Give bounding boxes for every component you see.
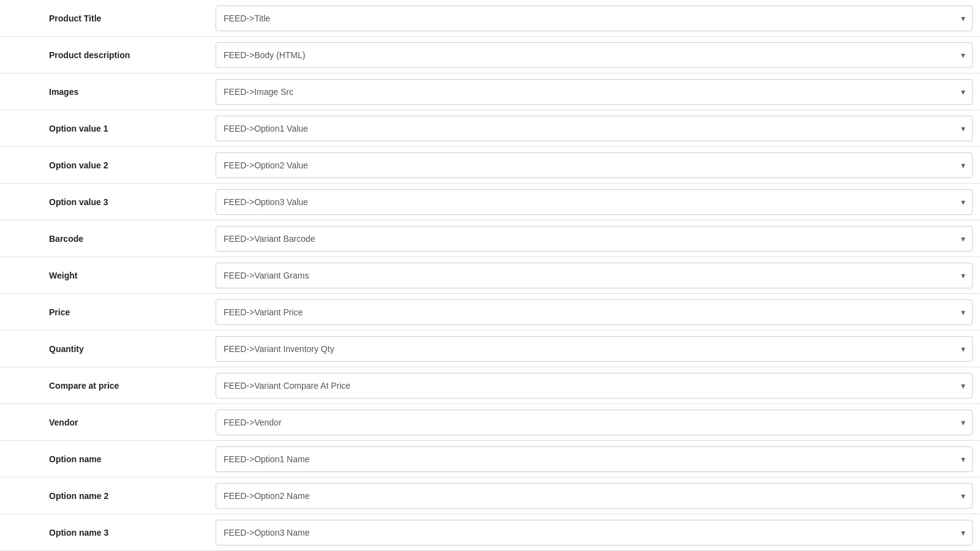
- field-weight: FEED->Variant BarcodeFEED->Variant Grams…: [208, 258, 980, 293]
- label-price: Price: [0, 300, 208, 324]
- select-option-name[interactable]: FEED->Option1 NameFEED->Option2 NameFEED…: [216, 446, 973, 472]
- form-row-option-name-3: Option name 3FEED->Option1 NameFEED->Opt…: [0, 514, 980, 551]
- label-product-title: Product Title: [0, 6, 208, 31]
- label-option-name-2: Option name 2: [0, 484, 208, 508]
- select-wrapper-images: FEED->TitleFEED->Body (HTML)FEED->Image …: [216, 79, 973, 105]
- form-row-compare-at-price: Compare at priceFEED->Variant Inventory …: [0, 367, 980, 404]
- form-row-option-value-1: Option value 1FEED->Option1 ValueFEED->O…: [0, 110, 980, 147]
- field-quantity: FEED->Variant Inventory QtyFEED->Variant…: [208, 331, 980, 367]
- select-wrapper-compare-at-price: FEED->Variant Inventory QtyFEED->Variant…: [216, 373, 973, 399]
- select-wrapper-vendor: FEED->VendorFEED->Option1 NameFEED->Opti…: [216, 410, 973, 435]
- select-product-title[interactable]: FEED->TitleFEED->Body (HTML)FEED->Image …: [216, 6, 973, 31]
- field-barcode: FEED->Variant BarcodeFEED->Variant Grams…: [208, 221, 980, 257]
- label-barcode: Barcode: [0, 227, 208, 251]
- select-price[interactable]: FEED->Variant BarcodeFEED->Variant Grams…: [216, 299, 973, 325]
- field-images: FEED->TitleFEED->Body (HTML)FEED->Image …: [208, 74, 980, 110]
- field-option-value-3: FEED->Option1 ValueFEED->Option2 ValueFE…: [208, 184, 980, 220]
- label-option-value-3: Option value 3: [0, 190, 208, 214]
- select-vendor[interactable]: FEED->VendorFEED->Option1 NameFEED->Opti…: [216, 410, 973, 435]
- select-wrapper-barcode: FEED->Variant BarcodeFEED->Variant Grams…: [216, 226, 973, 252]
- field-price: FEED->Variant BarcodeFEED->Variant Grams…: [208, 294, 980, 330]
- select-wrapper-quantity: FEED->Variant Inventory QtyFEED->Variant…: [216, 336, 973, 362]
- label-images: Images: [0, 80, 208, 104]
- field-option-name-2: FEED->Option1 NameFEED->Option2 NameFEED…: [208, 478, 980, 514]
- select-barcode[interactable]: FEED->Variant BarcodeFEED->Variant Grams…: [216, 226, 973, 252]
- form-container: Product TitleFEED->TitleFEED->Body (HTML…: [0, 0, 980, 551]
- select-option-name-2[interactable]: FEED->Option1 NameFEED->Option2 NameFEED…: [216, 483, 973, 509]
- form-row-option-value-2: Option value 2FEED->Option1 ValueFEED->O…: [0, 147, 980, 184]
- select-wrapper-product-description: FEED->TitleFEED->Body (HTML)FEED->Image …: [216, 42, 973, 68]
- select-wrapper-weight: FEED->Variant BarcodeFEED->Variant Grams…: [216, 263, 973, 288]
- select-wrapper-option-name-2: FEED->Option1 NameFEED->Option2 NameFEED…: [216, 483, 973, 509]
- label-weight: Weight: [0, 263, 208, 288]
- field-product-title: FEED->TitleFEED->Body (HTML)FEED->Image …: [208, 1, 980, 36]
- select-wrapper-option-value-3: FEED->Option1 ValueFEED->Option2 ValueFE…: [216, 189, 973, 215]
- select-wrapper-option-value-1: FEED->Option1 ValueFEED->Option2 ValueFE…: [216, 116, 973, 141]
- form-row-option-name-2: Option name 2FEED->Option1 NameFEED->Opt…: [0, 478, 980, 514]
- select-weight[interactable]: FEED->Variant BarcodeFEED->Variant Grams…: [216, 263, 973, 288]
- select-option-name-3[interactable]: FEED->Option1 NameFEED->Option2 NameFEED…: [216, 520, 973, 545]
- select-images[interactable]: FEED->TitleFEED->Body (HTML)FEED->Image …: [216, 79, 973, 105]
- form-row-quantity: QuantityFEED->Variant Inventory QtyFEED-…: [0, 331, 980, 367]
- select-compare-at-price[interactable]: FEED->Variant Inventory QtyFEED->Variant…: [216, 373, 973, 399]
- label-option-value-2: Option value 2: [0, 153, 208, 178]
- form-row-option-name: Option nameFEED->Option1 NameFEED->Optio…: [0, 441, 980, 478]
- label-compare-at-price: Compare at price: [0, 373, 208, 398]
- select-wrapper-option-name: FEED->Option1 NameFEED->Option2 NameFEED…: [216, 446, 973, 472]
- form-row-product-title: Product TitleFEED->TitleFEED->Body (HTML…: [0, 0, 980, 37]
- form-row-weight: WeightFEED->Variant BarcodeFEED->Variant…: [0, 257, 980, 294]
- form-row-vendor: VendorFEED->VendorFEED->Option1 NameFEED…: [0, 404, 980, 441]
- select-wrapper-option-value-2: FEED->Option1 ValueFEED->Option2 ValueFE…: [216, 152, 973, 178]
- field-option-name-3: FEED->Option1 NameFEED->Option2 NameFEED…: [208, 515, 980, 550]
- form-row-product-description: Product descriptionFEED->TitleFEED->Body…: [0, 37, 980, 73]
- label-product-description: Product description: [0, 43, 208, 67]
- label-option-name: Option name: [0, 447, 208, 471]
- form-row-images: ImagesFEED->TitleFEED->Body (HTML)FEED->…: [0, 73, 980, 110]
- select-quantity[interactable]: FEED->Variant Inventory QtyFEED->Variant…: [216, 336, 973, 362]
- label-option-name-3: Option name 3: [0, 520, 208, 545]
- field-compare-at-price: FEED->Variant Inventory QtyFEED->Variant…: [208, 368, 980, 403]
- form-row-barcode: BarcodeFEED->Variant BarcodeFEED->Varian…: [0, 220, 980, 257]
- form-row-price: PriceFEED->Variant BarcodeFEED->Variant …: [0, 294, 980, 331]
- select-option-value-2[interactable]: FEED->Option1 ValueFEED->Option2 ValueFE…: [216, 152, 973, 178]
- form-row-option-value-3: Option value 3FEED->Option1 ValueFEED->O…: [0, 184, 980, 220]
- label-vendor: Vendor: [0, 410, 208, 435]
- select-product-description[interactable]: FEED->TitleFEED->Body (HTML)FEED->Image …: [216, 42, 973, 68]
- field-vendor: FEED->VendorFEED->Option1 NameFEED->Opti…: [208, 405, 980, 440]
- select-wrapper-price: FEED->Variant BarcodeFEED->Variant Grams…: [216, 299, 973, 325]
- select-option-value-3[interactable]: FEED->Option1 ValueFEED->Option2 ValueFE…: [216, 189, 973, 215]
- select-wrapper-option-name-3: FEED->Option1 NameFEED->Option2 NameFEED…: [216, 520, 973, 545]
- field-option-value-1: FEED->Option1 ValueFEED->Option2 ValueFE…: [208, 111, 980, 146]
- label-option-value-1: Option value 1: [0, 116, 208, 141]
- field-option-value-2: FEED->Option1 ValueFEED->Option2 ValueFE…: [208, 148, 980, 183]
- field-product-description: FEED->TitleFEED->Body (HTML)FEED->Image …: [208, 37, 980, 73]
- select-wrapper-product-title: FEED->TitleFEED->Body (HTML)FEED->Image …: [216, 6, 973, 31]
- label-quantity: Quantity: [0, 337, 208, 361]
- field-option-name: FEED->Option1 NameFEED->Option2 NameFEED…: [208, 441, 980, 477]
- select-option-value-1[interactable]: FEED->Option1 ValueFEED->Option2 ValueFE…: [216, 116, 973, 141]
